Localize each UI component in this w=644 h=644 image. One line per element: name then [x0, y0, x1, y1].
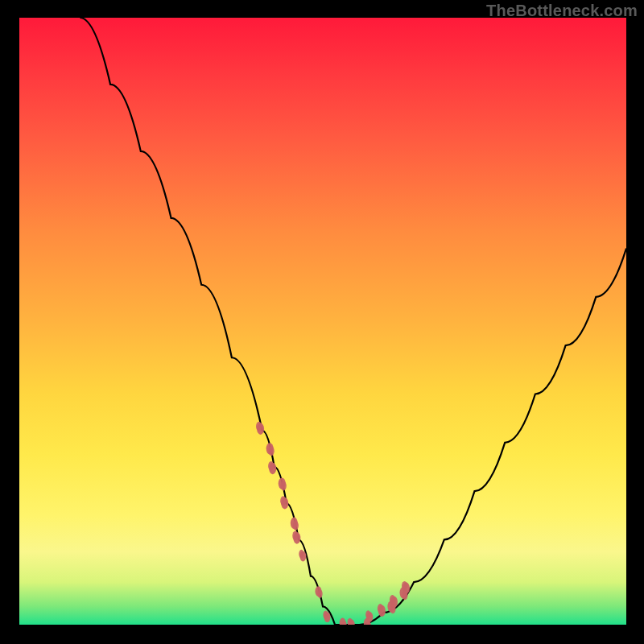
plot-frame	[19, 18, 626, 625]
plot-background-gradient	[19, 18, 626, 625]
